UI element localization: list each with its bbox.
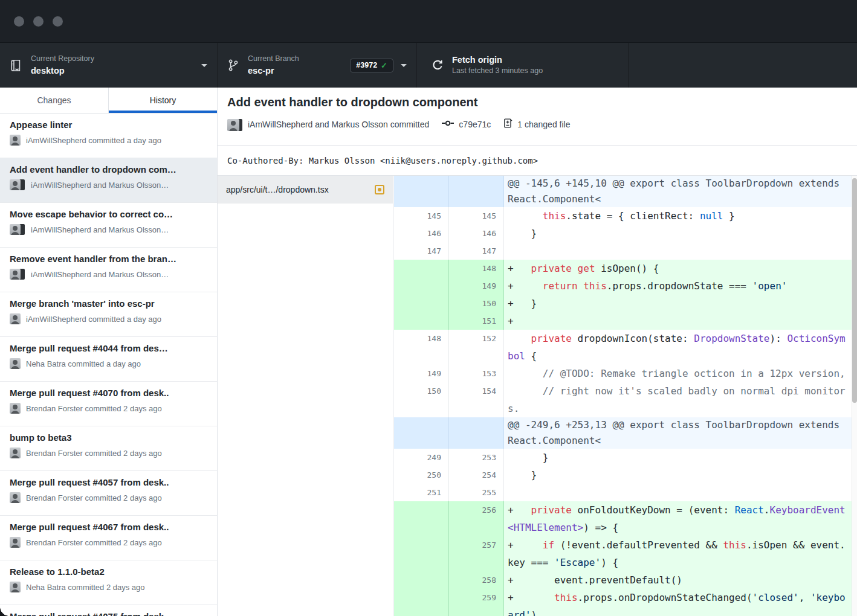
history-commit-row[interactable]: Merge pull request #4044 from des…Neha B… [0, 337, 217, 382]
commit-row-title: Remove event handler from the bran… [10, 254, 207, 264]
code-line: + [504, 312, 852, 330]
old-line-number [394, 536, 449, 571]
new-line-number: 258 [449, 571, 504, 589]
old-line-number: 147 [394, 242, 449, 260]
code-line: + event.preventDefault() [504, 571, 852, 589]
window-corner [0, 607, 9, 616]
code-line [504, 242, 852, 260]
chevron-down-icon [201, 64, 207, 67]
history-commit-row[interactable]: Remove event handler from the bran…iAmWi… [0, 248, 217, 292]
old-line-number [394, 589, 449, 616]
commit-row-title: Appease linter [10, 120, 207, 130]
commit-row-meta: Neha Batra committed a day ago [10, 358, 207, 369]
code-line: + this.props.onDropdownStateChanged('clo… [504, 589, 852, 616]
diff-lines: @@ -145,6 +145,10 @@ export class Toolba… [394, 176, 852, 616]
history-commit-row[interactable]: Move escape behavior to correct co…iAmWi… [0, 203, 217, 248]
titlebar [0, 0, 857, 42]
old-line-number [394, 417, 449, 449]
commit-row-title: Merge pull request #4075 from desk.. [10, 611, 207, 616]
code-line: } [504, 466, 852, 484]
commit-row-title: Merge pull request #4044 from des… [10, 343, 207, 353]
zoom-window-button[interactable] [53, 16, 63, 27]
history-commit-list: Appease linteriAmWillShepherd committed … [0, 114, 217, 616]
minimize-window-button[interactable] [33, 16, 44, 27]
tabbar: Changes History [0, 88, 217, 114]
scrollbar-thumb[interactable] [852, 178, 857, 403]
fetch-origin-button[interactable]: Fetch origin Last fetched 3 minutes ago [417, 43, 629, 88]
branch-name: esc-pr [248, 65, 299, 76]
avatar [10, 135, 21, 146]
diff-row: 258+ event.preventDefault() [394, 571, 852, 589]
code-line [504, 484, 852, 501]
history-commit-row[interactable]: Add event handler to dropdown com…iAmWil… [0, 158, 217, 203]
code-line: + private get isOpen() { [504, 260, 852, 277]
avatar [10, 492, 21, 503]
history-commit-row[interactable]: Merge branch 'master' into esc-priAmWill… [0, 292, 217, 337]
history-commit-row[interactable]: Merge pull request #4067 from desk..Bren… [0, 516, 217, 560]
tab-history[interactable]: History [108, 88, 217, 113]
commit-title: Add event handler to dropdown component [227, 95, 847, 109]
history-commit-row[interactable]: bump to beta3Brendan Forster committed 2… [0, 426, 217, 471]
diff-row: 148+ private get isOpen() { [394, 260, 852, 277]
new-line-number: 146 [449, 225, 504, 242]
current-branch-button[interactable]: Current Branch esc-pr #3972 ✓ [218, 43, 417, 88]
commit-row-meta: iAmWillShepherd and Markus Olsson… [10, 224, 207, 235]
avatar [10, 537, 21, 548]
diff-row: 145145 this.state = { clientRect: null } [394, 207, 852, 225]
toolbar: Current Repository desktop Current Branc… [0, 42, 857, 88]
old-line-number [394, 260, 449, 277]
new-line-number: 259 [449, 589, 504, 616]
changed-file-list: app/src/ui/t…/dropdown.tsx [218, 176, 393, 616]
diff-row: 256+ private onFoldoutKeyDown = (event: … [394, 501, 852, 536]
commit-row-title: Merge pull request #4070 from desk.. [10, 388, 207, 398]
changed-files-count: 1 changed file [517, 120, 570, 129]
current-repository-button[interactable]: Current Repository desktop [0, 43, 218, 88]
old-line-number: 145 [394, 207, 449, 225]
diff-row: 257+ if (!event.defaultPrevented && this… [394, 536, 852, 571]
new-line-number: 148 [449, 260, 504, 277]
commit-row-title: Merge branch 'master' into esc-pr [10, 298, 207, 309]
git-commit-icon [441, 119, 454, 129]
pr-number-badge: #3972 ✓ [350, 59, 393, 72]
new-line-number: 253 [449, 449, 504, 466]
sync-icon [432, 59, 444, 71]
repository-label: Current Repository [31, 54, 94, 64]
commit-row-meta: Neha Batra committed 2 days ago [10, 582, 207, 592]
diff-row: 249253 } [394, 449, 852, 466]
history-commit-row[interactable]: Appease linteriAmWillShepherd committed … [0, 114, 217, 158]
new-line-number: 257 [449, 536, 504, 571]
repo-icon [10, 59, 22, 72]
history-commit-row[interactable]: Merge pull request #4057 from desk..Bren… [0, 471, 217, 516]
file-row[interactable]: app/src/ui/t…/dropdown.tsx [218, 176, 393, 204]
history-commit-row[interactable]: Merge pull request #4075 from desk.. [0, 605, 217, 616]
new-line-number: 153 [449, 365, 504, 382]
code-line: } [504, 225, 852, 242]
author-avatars [227, 119, 243, 130]
fetch-subtitle: Last fetched 3 minutes ago [452, 66, 543, 76]
diff-view: @@ -145,6 +145,10 @@ export class Toolba… [394, 176, 852, 616]
old-line-number [394, 176, 449, 207]
avatar [10, 358, 21, 369]
code-line: + return this.props.dropdownState === 'o… [504, 277, 852, 295]
sidebar: Changes History Appease linteriAmWillShe… [0, 88, 218, 616]
history-commit-row[interactable]: Merge pull request #4070 from desk..Bren… [0, 382, 217, 426]
diff-row: @@ -145,6 +145,10 @@ export class Toolba… [394, 176, 852, 207]
code-line: } [504, 449, 852, 466]
diff-row: 149153 // @TODO: Remake triangle octicon… [394, 365, 852, 382]
code-line: + private onFoldoutKeyDown = (event: Rea… [504, 501, 852, 536]
code-line: // @TODO: Remake triangle octicon in a 1… [504, 365, 852, 382]
new-line-number: 152 [449, 330, 504, 365]
diff-row: 259+ this.props.onDropdownStateChanged('… [394, 589, 852, 616]
old-line-number: 146 [394, 225, 449, 242]
old-line-number [394, 312, 449, 330]
tab-changes[interactable]: Changes [0, 88, 108, 113]
old-line-number: 250 [394, 466, 449, 484]
history-commit-row[interactable]: Release to 1.1.0-beta2Neha Batra committ… [0, 560, 217, 605]
diff-scrollbar[interactable] [852, 176, 857, 616]
diff-row: 148152 private dropdownIcon(state: Dropd… [394, 330, 852, 365]
commit-row-meta: iAmWillShepherd committed a day ago [10, 135, 207, 146]
old-line-number: 148 [394, 330, 449, 365]
diff-row: 150+ } [394, 295, 852, 312]
close-window-button[interactable] [14, 16, 24, 27]
diff-row: 250254 } [394, 466, 852, 484]
